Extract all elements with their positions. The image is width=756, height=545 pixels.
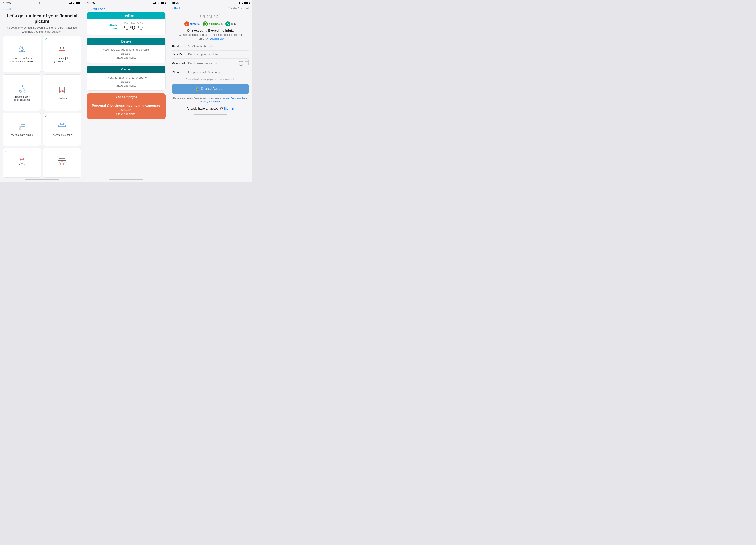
to-file-label: To File xyxy=(137,22,143,24)
tier-free-header: Free Edition xyxy=(87,12,165,19)
sign-in-link[interactable]: Sign in xyxy=(224,107,234,110)
create-account-button[interactable]: 🔒 Create Account xyxy=(172,84,249,94)
tier-self-emp-body: Personal & business income and expenses … xyxy=(87,100,165,119)
tier-premier-state: State additional xyxy=(116,84,136,87)
tier-premier-body: Investments and rental property $59.99* … xyxy=(87,73,165,91)
back-button-1[interactable]: ‹ Back xyxy=(4,7,80,11)
svg-point-25 xyxy=(20,158,23,161)
tier-premier-label: Premier xyxy=(121,68,132,71)
tier-self-emp-state: State additional xyxy=(116,112,136,116)
tier-self-employed[interactable]: ★Self-Employed Personal & business incom… xyxy=(87,93,165,119)
svg-point-7 xyxy=(22,85,23,86)
wifi-icon-1: ▲ xyxy=(72,2,75,4)
battery-icon-2 xyxy=(160,2,165,4)
password-field[interactable] xyxy=(188,62,239,65)
phone-field[interactable] xyxy=(188,70,249,74)
card-job[interactable]: ✓ I have a job(received W-2) xyxy=(43,36,81,72)
fed-price: $0 xyxy=(124,24,129,31)
svg-rect-28 xyxy=(61,163,63,165)
svg-text:$: $ xyxy=(21,47,23,50)
tier-premier[interactable]: Premier Investments and rental property … xyxy=(87,66,165,91)
mint-icon xyxy=(225,21,230,26)
location-arrow-1: ↑ xyxy=(39,2,40,4)
svg-text:③: ③ xyxy=(19,128,21,130)
battery-icon-1 xyxy=(76,2,81,4)
location-arrow-3: ↑ xyxy=(207,2,209,4)
card-charity-check: ✓ xyxy=(45,114,47,118)
tier-deluxe[interactable]: Deluxe Maximize tax deductions and credi… xyxy=(87,38,165,63)
form-row-phone: Phone xyxy=(172,68,249,76)
one-account-sub: Create an account for all of Intuit's pr… xyxy=(168,33,252,43)
wifi-icon-3: ▲ xyxy=(241,2,243,4)
title-area-1: Let's get an idea of your financial pict… xyxy=(0,11,84,36)
tier-self-emp-desc-bold: Personal & business income and expenses xyxy=(92,104,161,107)
zero-word-text: zero. xyxy=(109,27,120,29)
email-field[interactable] xyxy=(188,45,249,48)
signal-bar-3-4 xyxy=(239,2,240,4)
card-maximize[interactable]: $ I want to maximizedeductions and credi… xyxy=(3,36,41,72)
worker-icon xyxy=(17,157,27,167)
tier-premier-price: $59.99* xyxy=(121,80,131,83)
home-indicator-1 xyxy=(25,179,59,180)
absolute-text: Absolute xyxy=(109,24,120,26)
lock-button-icon: 🔒 xyxy=(195,87,199,91)
terms-text: By tapping Create Account you agree to o… xyxy=(168,95,252,104)
password-info-button[interactable]: i xyxy=(239,61,243,66)
card-store[interactable] xyxy=(43,148,81,178)
tier-premier-header: Premier xyxy=(87,66,165,73)
password-lock-icon[interactable] xyxy=(245,61,249,65)
card-simple[interactable]: ① ② ③ ✓ ✓ ✓ My taxes are simple xyxy=(3,113,41,146)
to-file-price: $0 xyxy=(138,24,143,31)
to-file-price-col: To File $0 xyxy=(137,22,143,31)
battery-fill-3 xyxy=(245,2,248,4)
form-row-email: Email xyxy=(172,43,249,51)
turbotax-icon: ✓ xyxy=(184,21,189,26)
subtitle-1: It's OK to pick something even if you're… xyxy=(4,26,79,34)
status-time-3: 10:25 xyxy=(172,1,179,5)
userid-field[interactable] xyxy=(188,53,249,56)
intuit-wordmark: intüitˈ xyxy=(172,13,249,19)
status-bar-1: 10:25 ↑ ▲ xyxy=(0,0,84,6)
product-logos-row: ✓ turbotax quickbooks mint xyxy=(168,21,252,28)
one-account-tagline: One Account. Everything Intuit. xyxy=(168,28,252,33)
fed-label: Fed xyxy=(124,22,128,24)
license-link[interactable]: License Agreement xyxy=(222,97,243,99)
stroller-icon xyxy=(17,83,27,93)
password-icons: i xyxy=(239,61,249,66)
back-button-3[interactable]: ‹ Back xyxy=(172,6,181,10)
start-over-button[interactable]: < Start Over xyxy=(88,7,105,11)
card-worker[interactable]: ✓ xyxy=(3,148,41,178)
signal-bars-3 xyxy=(237,2,240,4)
card-rent-label: I paid rent xyxy=(57,97,68,100)
card-rent[interactable]: RENT I paid rent xyxy=(43,74,81,111)
back-chevron-1: ‹ xyxy=(4,7,5,11)
mint-label: mint xyxy=(231,23,236,25)
tier-deluxe-desc-text: Maximize tax deductions and credits xyxy=(103,48,150,51)
signal-bar-3-3 xyxy=(239,3,239,4)
quickbooks-icon xyxy=(203,21,208,26)
card-children[interactable]: I have childrenor dependents xyxy=(3,74,41,111)
status-bar-2: 10:25 ↑ ▲ xyxy=(84,0,168,6)
card-simple-label: My taxes are simple xyxy=(11,133,33,136)
signal-bar-2-1 xyxy=(153,4,153,4)
already-text: Already have an account? xyxy=(187,107,223,110)
svg-text:①: ① xyxy=(19,123,21,126)
battery-fill-2 xyxy=(161,2,164,4)
mint-svg xyxy=(226,22,229,26)
form-area: Email User ID Password i Phone xyxy=(168,43,252,76)
location-arrow-2: ↑ xyxy=(123,2,124,4)
tier-free[interactable]: Free Edition Absolute zero. Fed $0 xyxy=(87,12,165,35)
screen-financial-picture: 10:25 ↑ ▲ ‹ Back Let's get an idea of yo… xyxy=(0,0,84,182)
intuit-logo-area: intüitˈ xyxy=(168,11,252,21)
svg-rect-2 xyxy=(59,49,65,53)
fed-dollar: $ xyxy=(124,25,126,29)
status-icons-3: ▲ xyxy=(237,2,249,4)
money-hand-icon: $ xyxy=(17,45,27,55)
tier-self-emp-price: $89.99* xyxy=(121,108,131,111)
learn-more-link[interactable]: Learn more xyxy=(210,37,224,40)
back-label-1: Back xyxy=(6,7,13,11)
card-charity[interactable]: ✓ I donated to charity xyxy=(43,113,81,146)
privacy-link[interactable]: Privacy Statement. xyxy=(200,100,221,103)
tier-deluxe-price: $39.99* xyxy=(121,52,131,55)
battery-fill-1 xyxy=(76,2,80,4)
